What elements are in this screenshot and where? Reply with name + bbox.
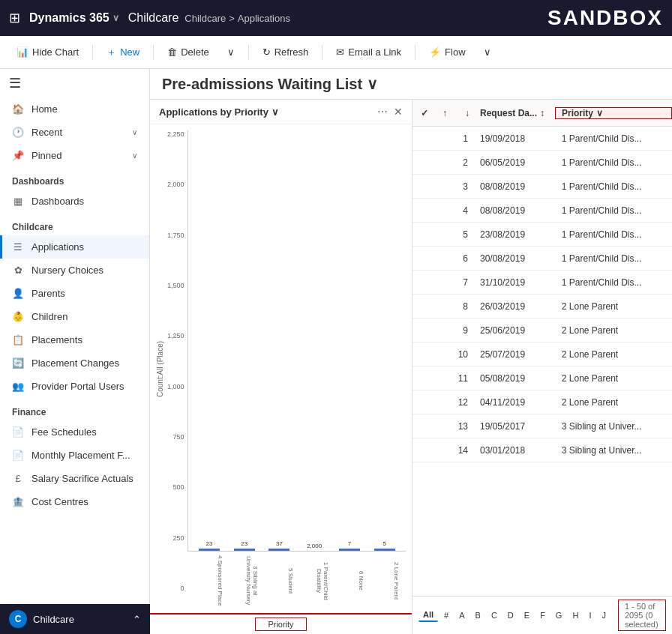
pagination-all[interactable]: All [418,609,438,622]
sidebar-toggle[interactable]: ☰ [0,69,149,97]
sidebar-item-placement-changes[interactable]: 🔄 Placement Changes [0,351,149,375]
td-priority: 1 Parent/Child Dis... [556,253,672,264]
dashboard-icon: ▦ [12,196,24,207]
hide-chart-button[interactable]: 📊 Hide Chart [9,43,86,61]
chart-close-button[interactable]: ✕ [394,106,403,118]
table-row[interactable]: 6 30/08/2019 1 Parent/Child Dis... [412,247,672,271]
td-num: 9 [436,325,474,336]
th-request-date[interactable]: Request Da... ↕ [474,108,555,118]
td-priority: 1 Parent/Child Dis... [556,229,672,240]
sidebar-bottom: C Childcare ⌃ [0,604,150,634]
pagination-a[interactable]: A [454,609,469,621]
sidebar-item-placements[interactable]: 📋 Placements [0,328,149,351]
nursery-icon: ✿ [12,265,24,276]
th-sort-down[interactable]: ↓ [459,108,474,118]
table-row[interactable]: 10 25/07/2019 2 Lone Parent [412,342,672,366]
pagination-d[interactable]: D [503,609,518,621]
chart-bar-group: 23 [194,540,225,551]
flow-chevron[interactable]: ∨ [476,43,499,61]
brand-name[interactable]: Dynamics 365 ∨ [29,11,119,25]
split-area: Applications by Priority ∨ ⋯ ✕ Count:All… [150,100,672,634]
sidebar-item-cost-centres[interactable]: 🏦 Cost Centres [0,490,149,513]
sidebar-item-parents[interactable]: 👤 Parents [0,282,149,305]
table-row[interactable]: 4 08/08/2019 1 Parent/Child Dis... [412,199,672,223]
sidebar-item-monthly-placement[interactable]: 📄 Monthly Placement F... [0,444,149,467]
sidebar-item-applications[interactable]: ☰ Applications [0,235,149,259]
sidebar-item-label: Applications [32,241,84,253]
sidebar-item-fee-schedules[interactable]: 📄 Fee Schedules [0,420,149,444]
table-row[interactable]: 3 08/08/2019 1 Parent/Child Dis... [412,175,672,199]
chart-axes-area: 2,250 2,000 1,750 1,500 1,250 1,000 750 … [167,130,406,607]
chart-bar [339,549,360,551]
table-row[interactable]: 2 06/05/2019 1 Parent/Child Dis... [412,151,672,175]
email-link-button[interactable]: ✉ Email a Link [328,43,409,61]
sidebar: ☰ 🏠 Home 🕐 Recent ∨ 📌 Pinned ∨ Dashboard… [0,69,150,634]
th-check[interactable]: ✓ [412,108,436,118]
table-header-row: ✓ ↑ ↓ Request Da... ↕ Priority ∨ [412,100,672,127]
table-row[interactable]: 5 23/08/2019 1 Parent/Child Dis... [412,223,672,247]
sidebar-item-pinned[interactable]: 📌 Pinned ∨ [0,144,149,167]
chevron-down-icon: ∨ [132,151,137,160]
refresh-button[interactable]: ↻ Refresh [255,43,316,61]
pagination-e[interactable]: E [520,609,534,621]
chart-bar [199,549,220,551]
delete-chevron[interactable]: ∨ [220,43,242,61]
chart-x-axis-title: Priority [255,618,306,631]
sidebar-item-label: Parents [32,288,65,299]
delete-button[interactable]: 🗑 Delete [160,43,217,61]
table-row[interactable]: 9 25/06/2019 2 Lone Parent [412,318,672,342]
td-num: 6 [436,253,474,264]
brand-chevron: ∨ [112,13,119,23]
pagination-i[interactable]: I [584,609,596,621]
th-sort-up[interactable]: ↑ [436,108,459,118]
sidebar-item-dashboards[interactable]: ▦ Dashboards [0,190,149,213]
salary-icon: £ [12,473,24,484]
pagination-f[interactable]: F [536,609,550,621]
sidebar-item-nursery-choices[interactable]: ✿ Nursery Choices [0,259,149,282]
td-priority: 1 Parent/Child Dis... [556,157,672,168]
chart-more-button[interactable]: ⋯ [377,106,388,118]
table-row[interactable]: 14 03/01/2018 3 Sibling at Univer... [412,438,672,462]
pagination-c[interactable]: C [487,609,502,621]
sidebar-bottom-label: Childcare [33,614,74,625]
sidebar-item-children[interactable]: 👶 Children [0,305,149,328]
td-priority: 2 Lone Parent [556,397,672,408]
placements-icon: 📋 [12,334,24,345]
td-num: 10 [436,349,474,360]
separator [322,45,322,60]
table-row[interactable]: 13 19/05/2017 3 Sibling at Univer... [412,414,672,438]
chart-icon: 📊 [16,46,28,58]
table-row[interactable]: 12 04/11/2019 2 Lone Parent [412,390,672,414]
applications-icon: ☰ [12,241,24,253]
fee-schedules-icon: 📄 [12,426,24,438]
pagination-b[interactable]: B [471,609,485,621]
flow-button[interactable]: ⚡ Flow [422,43,472,61]
chart-title-chevron[interactable]: ∨ [272,106,279,118]
table-row[interactable]: 7 31/10/2019 1 Parent/Child Dis... [412,271,672,295]
td-num: 1 [436,133,474,144]
table-row[interactable]: 8 26/03/2019 2 Lone Parent [412,295,672,318]
pagination-g[interactable]: G [551,609,567,621]
pagination-hash[interactable]: # [440,609,453,621]
new-button[interactable]: ＋ New [99,43,147,62]
children-icon: 👶 [12,311,24,322]
table-row[interactable]: 11 05/08/2019 2 Lone Parent [412,366,672,390]
sidebar-bottom-chevron[interactable]: ⌃ [133,614,141,625]
separator [92,45,93,60]
sidebar-item-recent[interactable]: 🕐 Recent ∨ [0,121,149,144]
dropdown-icon[interactable]: ∨ [367,75,378,93]
table-row[interactable]: 1 19/09/2018 1 Parent/Child Dis... [412,127,672,151]
sidebar-item-salary-sacrifice[interactable]: £ Salary Sacrifice Actuals [0,467,149,490]
pagination-h[interactable]: H [568,609,583,621]
content-area: Pre-admissions Waiting List ∨ Applicatio… [150,69,672,634]
chart-title: Applications by Priority ∨ [159,106,279,118]
chevron-down-icon: ∨ [596,108,603,118]
sidebar-item-provider-portal[interactable]: 👥 Provider Portal Users [0,375,149,398]
chart-bar [268,549,290,551]
pin-icon: 📌 [12,150,24,161]
sandbox-label: SANDBOX [548,6,663,30]
sidebar-item-home[interactable]: 🏠 Home [0,97,149,121]
pagination-j[interactable]: J [597,609,610,621]
th-priority[interactable]: Priority ∨ [555,107,672,119]
app-grid-icon[interactable]: ⊞ [9,10,20,26]
